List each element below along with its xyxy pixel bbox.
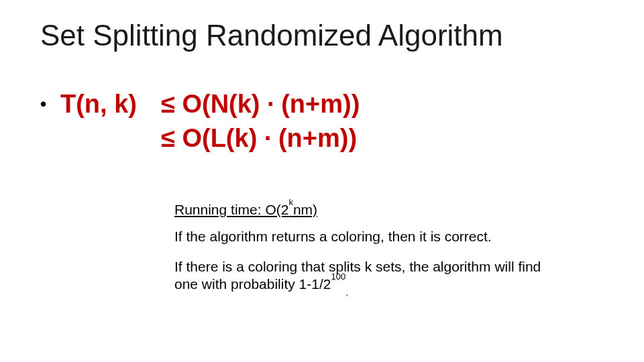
formula-row-1: T(n, k) ≤ O(N(k) · (n+m)): [40, 87, 360, 121]
probability-text: If there is a coloring that splits k set…: [174, 258, 557, 296]
formula-rhs1: ≤ O(N(k) · (n+m)): [161, 87, 360, 121]
bullet-icon: [40, 87, 60, 121]
formula-row-2: ≤ O(L(k) · (n+m)): [40, 121, 360, 156]
running-time-text: Running time: O(2knm): [174, 201, 557, 219]
formula-rhs2: ≤ O(L(k) · (n+m)): [161, 121, 357, 156]
slide: Set Splitting Randomized Algorithm T(n, …: [0, 0, 644, 362]
formula-lhs: T(n, k): [60, 87, 161, 121]
slide-title: Set Splitting Randomized Algorithm: [40, 19, 503, 52]
complexity-formula: T(n, k) ≤ O(N(k) · (n+m)) ≤ O(L(k) · (n+…: [40, 87, 360, 156]
correctness-text: If the algorithm returns a coloring, the…: [174, 228, 557, 245]
